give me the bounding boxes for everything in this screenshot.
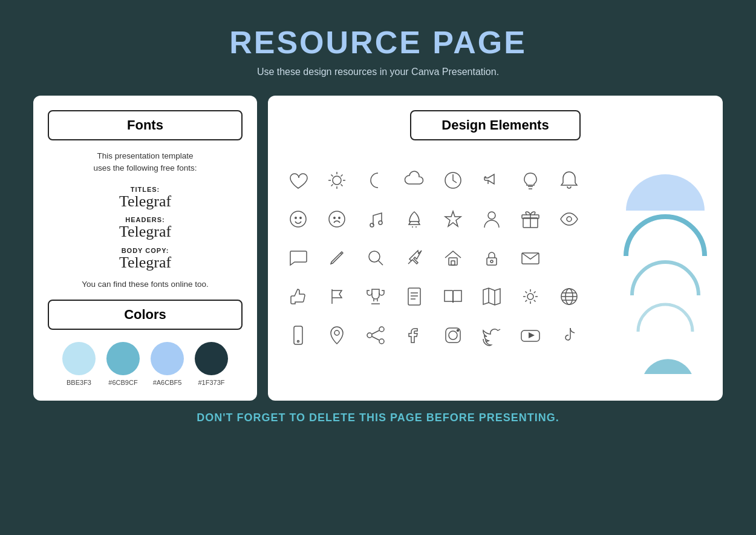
svg-point-54	[449, 331, 457, 340]
icons-grid	[280, 162, 614, 374]
sun-icon	[319, 162, 355, 199]
mail-icon	[512, 240, 549, 276]
pin-icon	[396, 240, 432, 276]
lock-icon	[474, 240, 510, 276]
icon-row-3	[280, 240, 614, 276]
lightbulb-icon	[512, 162, 549, 199]
clock-icon	[435, 162, 471, 199]
trophy-icon	[357, 278, 394, 315]
svg-marker-18	[445, 211, 461, 226]
icon-row-1	[280, 162, 614, 199]
svg-rect-27	[451, 261, 455, 265]
svg-marker-36	[483, 288, 500, 305]
arc-1	[623, 162, 708, 211]
location-icon	[319, 317, 355, 353]
svg-point-47	[334, 330, 339, 335]
person-icon	[474, 201, 510, 237]
svg-point-22	[567, 217, 572, 222]
facebook-icon	[396, 317, 432, 353]
color-label-2: #6CB9CF	[108, 379, 137, 386]
font-entry-titles: TITLES: Telegraf	[48, 186, 243, 211]
svg-point-0	[333, 176, 341, 185]
color-swatch-1: BBE3F3	[62, 342, 96, 386]
headers-value: Telegraf	[48, 223, 243, 241]
pencil-icon	[319, 240, 355, 276]
color-label-4: #1F373F	[198, 379, 224, 386]
placeholder-icon-3	[551, 240, 587, 276]
body-value: Telegraf	[48, 254, 243, 272]
color-circle-2	[106, 342, 140, 375]
page-subtitle: Use these design resources in your Canva…	[229, 67, 527, 77]
decorative-arcs	[620, 162, 711, 374]
svg-line-6	[341, 185, 343, 186]
svg-line-7	[341, 175, 343, 177]
twitter-icon	[474, 317, 510, 353]
svg-point-11	[295, 217, 296, 218]
moon-icon	[357, 162, 394, 199]
fonts-header: Fonts	[48, 110, 243, 140]
svg-point-39	[527, 294, 533, 300]
left-panel: Fonts This presentation templateuses the…	[33, 96, 257, 401]
font-entry-body: BODY COPY: Telegraf	[48, 247, 243, 272]
color-label-1: BBE3F3	[67, 379, 91, 386]
book-icon	[435, 278, 471, 315]
svg-rect-45	[294, 326, 302, 344]
svg-point-15	[339, 217, 340, 218]
design-elements-header: Design Elements	[280, 110, 711, 150]
color-circle-3	[151, 342, 184, 375]
fonts-description: This presentation templateuses the follo…	[48, 150, 243, 175]
svg-line-52	[372, 336, 379, 340]
happy-face-icon	[280, 201, 316, 237]
right-panel: Design Elements	[268, 96, 723, 401]
svg-point-17	[379, 221, 382, 225]
footer-banner: DON'T FORGET TO DELETE THIS PAGE BEFORE …	[197, 412, 559, 424]
document-icon	[396, 278, 432, 315]
home-icon	[435, 240, 471, 276]
color-swatch-3: #A6CBF5	[151, 342, 184, 386]
svg-line-25	[408, 260, 412, 264]
svg-point-58	[626, 174, 705, 211]
rocket-icon	[396, 201, 432, 237]
thumbsup-icon	[280, 278, 316, 315]
phone-icon	[280, 317, 316, 353]
svg-rect-31	[408, 288, 420, 305]
font-note: You can find these fonts online too.	[48, 280, 243, 289]
arc-4	[629, 295, 702, 332]
svg-point-46	[298, 341, 299, 343]
share-icon	[357, 317, 394, 353]
colors-header: Colors	[48, 300, 243, 330]
svg-point-55	[457, 330, 459, 332]
arc-5	[623, 332, 708, 374]
main-content: Fonts This presentation templateuses the…	[15, 96, 741, 401]
instagram-icon	[435, 317, 471, 353]
megaphone-icon	[474, 162, 510, 199]
svg-line-8	[331, 185, 333, 186]
page-header: RESOURCE PAGE Use these design resources…	[229, 0, 527, 90]
page-title: RESOURCE PAGE	[229, 24, 527, 61]
arc-2	[623, 211, 708, 256]
svg-point-10	[290, 211, 306, 227]
svg-point-12	[300, 217, 301, 218]
icons-area	[280, 162, 711, 374]
body-label: BODY COPY:	[48, 247, 243, 254]
svg-rect-28	[487, 258, 497, 265]
heart-icon	[280, 162, 316, 199]
svg-point-13	[329, 211, 345, 227]
svg-rect-26	[449, 258, 457, 265]
flag-icon	[319, 278, 355, 315]
icon-row-2	[280, 201, 614, 237]
eye-icon	[551, 201, 587, 237]
youtube-icon	[512, 317, 549, 353]
map-icon	[474, 278, 510, 315]
color-swatches: BBE3F3 #6CB9CF #A6CBF5 #1F373F	[48, 342, 243, 386]
sad-face-icon	[319, 201, 355, 237]
icon-row-4	[280, 278, 614, 315]
svg-line-5	[331, 175, 333, 177]
gift-icon	[512, 201, 549, 237]
color-circle-4	[195, 342, 228, 375]
tiktok-icon	[551, 317, 587, 353]
color-circle-1	[62, 342, 96, 375]
svg-line-24	[379, 261, 383, 265]
bell-icon	[551, 162, 587, 199]
search-icon	[357, 240, 394, 276]
